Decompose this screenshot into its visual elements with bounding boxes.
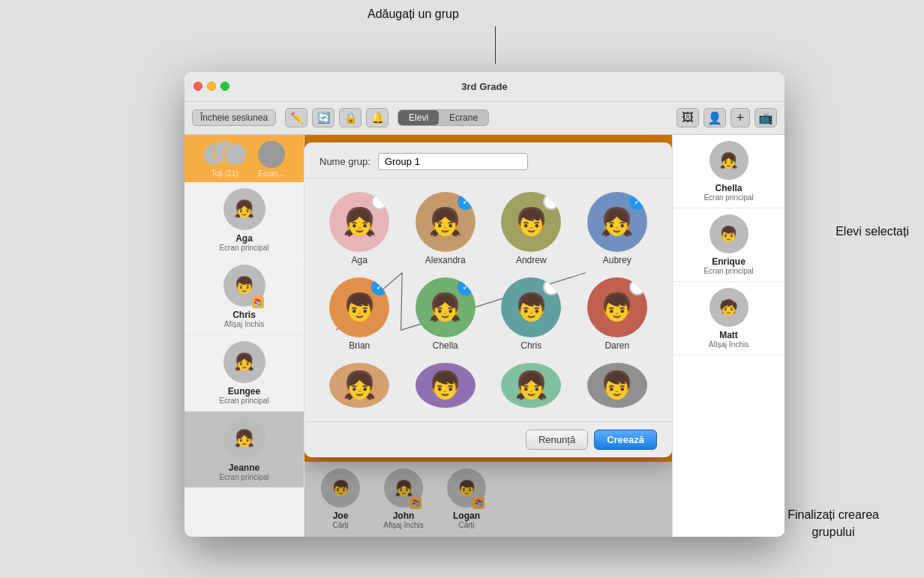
aga-avatar: 👧	[224, 188, 266, 230]
create-group-modal: Nume grup:	[304, 142, 672, 457]
main-window: 3rd Grade Încheie sesiunea ✏️ 🔄 🔒 🔔 Elev…	[184, 72, 784, 537]
aga-name: Aga	[236, 233, 253, 244]
screen-avatar	[256, 139, 286, 169]
student-cell-aubrey[interactable]: 👧 ✓ Aubrey	[578, 192, 658, 265]
titlebar: 3rd Grade	[184, 72, 784, 102]
group-name-label: Nume grup:	[320, 156, 370, 167]
view-toggle: Elevi Ecrane	[398, 109, 489, 126]
close-button[interactable]	[194, 82, 202, 91]
chris-check	[543, 279, 560, 295]
eungee-grid-avatar: 👧	[329, 363, 389, 408]
aga-status: Ecran principal	[219, 244, 268, 252]
aga-check	[371, 193, 388, 210]
content-area: 👦 Joe Cărți 👧 📚 John Afișaj închis 👦 📚	[304, 135, 672, 537]
enrique-right-name: Enrique	[712, 256, 746, 267]
main-area: Toți (21) Ecran... 👧 Aga Ecran principal…	[184, 135, 784, 537]
chella-check: ✓	[458, 279, 474, 295]
student-cell-eungee[interactable]: 👧	[320, 363, 400, 408]
aubrey-grid-avatar: 👧 ✓	[587, 192, 647, 252]
student-cell-hana[interactable]: 👦	[578, 363, 658, 408]
sidebar-student-jeanne[interactable]: 👧 Jeanne Ecran principal	[184, 412, 304, 488]
screens-tab[interactable]: Ecrane	[439, 110, 488, 125]
circle-icon-button[interactable]: 🔄	[312, 108, 334, 127]
student-cell-chris[interactable]: 👦 Chris	[491, 277, 572, 351]
window-title: 3rd Grade	[461, 81, 507, 92]
alexandra-grid-avatar: 👧 ✓	[416, 192, 476, 252]
modal-overlay: Nume grup:	[304, 135, 672, 537]
brian-check: ✓	[371, 279, 388, 295]
eungee-name: Eungee	[228, 386, 260, 397]
student-cell-gina[interactable]: 👧	[491, 363, 572, 408]
right-sidebar-chella[interactable]: 👧 Chella Ecran principal	[673, 135, 784, 208]
stacked-av-3	[224, 142, 248, 166]
hana-grid-avatar: 👦	[587, 363, 647, 408]
student-cell-finn[interactable]: 👦	[406, 363, 486, 408]
brian-grid-name: Brian	[349, 340, 370, 351]
andrew-grid-avatar: 👦	[501, 192, 561, 252]
chris-badge: 📚	[252, 296, 264, 308]
matt-right-avatar: 🧒	[710, 288, 748, 327]
aga-grid-name: Aga	[352, 255, 368, 265]
finn-grid-avatar: 👦	[416, 363, 476, 408]
student-cell-chella[interactable]: 👧 ✓ Chella	[406, 277, 486, 351]
aubrey-check: ✓	[629, 193, 646, 210]
right-sidebar-matt[interactable]: 🧒 Matt Afișaj închis	[673, 282, 784, 355]
create-button[interactable]: Creează	[594, 430, 657, 450]
all-group-label: Toți (21)	[211, 169, 238, 178]
students-tab[interactable]: Elevi	[398, 110, 439, 125]
student-cell-aga[interactable]: 👧 Aga	[320, 192, 400, 265]
modal-body: 👧 Aga 👧 ✓ Alexandra	[304, 178, 672, 421]
chella-right-avatar: 👧	[710, 141, 748, 180]
photo-icon-button[interactable]: 🖼	[676, 108, 699, 127]
andrew-grid-name: Andrew	[516, 255, 547, 265]
sidebar-student-eungee[interactable]: 👧 Eungee Ecran principal	[184, 335, 304, 412]
student-cell-brian[interactable]: 👦 ✓ Brian	[320, 277, 400, 351]
matt-right-status: Afișaj închis	[709, 340, 748, 349]
brush-icon-button[interactable]: ✏️	[285, 108, 308, 127]
sidebar-top-groups: Toți (21) Ecran...	[184, 135, 304, 182]
add-group-button[interactable]: +	[730, 108, 750, 127]
student-cell-daren[interactable]: 👦 Daren	[578, 277, 658, 351]
chris-grid-avatar: 👦	[501, 277, 561, 337]
enrique-right-avatar: 👦	[710, 214, 748, 253]
left-sidebar: Toți (21) Ecran... 👧 Aga Ecran principal…	[184, 135, 304, 537]
student-cell-alexandra[interactable]: 👧 ✓ Alexandra	[406, 192, 486, 265]
chella-right-status: Ecran principal	[704, 193, 753, 202]
sidebar-student-aga[interactable]: 👧 Aga Ecran principal	[184, 182, 304, 259]
add-group-line	[495, 26, 496, 64]
minimize-button[interactable]	[207, 82, 216, 91]
screen-group-label: Ecran...	[258, 169, 284, 178]
chella-grid-name: Chella	[433, 340, 458, 351]
sidebar-student-chris[interactable]: 👦 📚 Chris Afișaj închis	[184, 259, 304, 335]
eungee-avatar: 👧	[224, 341, 266, 383]
lock-icon-button[interactable]: 🔒	[339, 108, 362, 127]
matt-right-name: Matt	[719, 330, 738, 340]
person-icon-button[interactable]: 👤	[704, 108, 726, 127]
group-name-input[interactable]	[378, 153, 528, 170]
right-sidebar: 👧 Chella Ecran principal 👦 Enrique Ecran…	[672, 135, 784, 537]
jeanne-status: Ecran principal	[219, 473, 268, 481]
toolbar: Încheie sesiunea ✏️ 🔄 🔒 🔔 Elevi Ecrane 🖼…	[184, 102, 784, 135]
daren-grid-name: Daren	[604, 340, 629, 351]
traffic-lights	[194, 82, 230, 91]
chris-grid-name: Chris	[520, 340, 542, 351]
cancel-button[interactable]: Renunță	[526, 430, 588, 450]
alexandra-check: ✓	[458, 193, 474, 210]
chella-right-name: Chella	[715, 183, 742, 193]
add-group-annotation: Adăugați un grup	[368, 7, 459, 21]
bell-icon-button[interactable]: 🔔	[366, 108, 388, 127]
jeanne-avatar: 👧	[224, 418, 266, 460]
end-session-button[interactable]: Încheie sesiunea	[192, 109, 276, 126]
selected-students-annotation: Elevi selectați	[836, 225, 909, 238]
right-sidebar-enrique[interactable]: 👦 Enrique Ecran principal	[673, 208, 784, 282]
sidebar-all-group[interactable]: Toți (21)	[202, 139, 248, 178]
fullscreen-button[interactable]	[220, 82, 230, 91]
toolbar-right: 🖼 👤 + 📺	[676, 108, 777, 127]
sidebar-screen-group[interactable]: Ecran...	[256, 139, 286, 178]
aga-grid-avatar: 👧	[329, 192, 389, 252]
jeanne-name: Jeanne	[229, 463, 260, 473]
eungee-status: Ecran principal	[219, 397, 268, 405]
daren-check	[629, 279, 646, 295]
student-cell-andrew[interactable]: 👦 Andrew	[491, 192, 572, 265]
screen-share-button[interactable]: 📺	[754, 108, 777, 127]
